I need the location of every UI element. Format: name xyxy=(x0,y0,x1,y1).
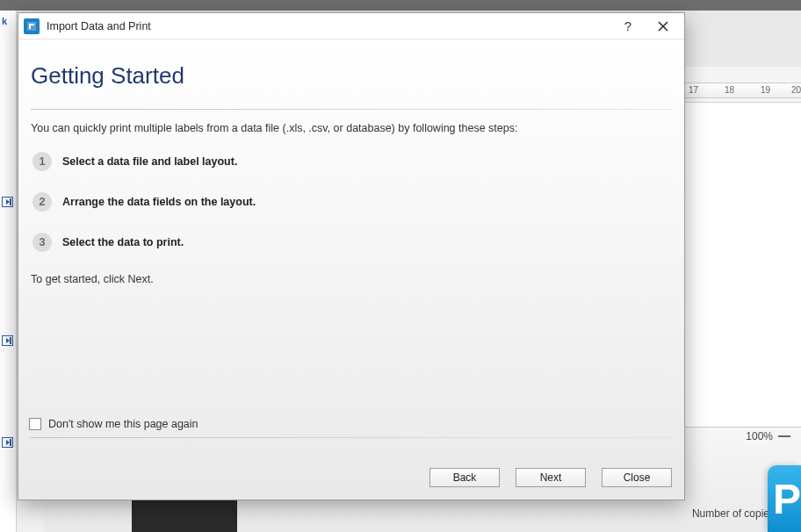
print-badge[interactable]: P xyxy=(768,465,801,532)
dont-show-again-row[interactable]: Don't show me this page again xyxy=(29,418,672,430)
close-button-label: Close xyxy=(624,471,651,484)
side-expand-handle-1[interactable] xyxy=(2,197,13,207)
back-button[interactable]: Back xyxy=(429,468,500,487)
ruler-tick-19: 19 xyxy=(761,85,770,95)
dialog-content: Getting Started You can quickly print mu… xyxy=(18,40,684,500)
app-icon xyxy=(24,18,40,34)
step-text: Arrange the data fields on the layout. xyxy=(62,196,256,208)
parent-titlebar xyxy=(0,0,801,11)
footer-area: Don't show me this page again xyxy=(31,418,672,450)
step-text: Select the data to print. xyxy=(62,236,184,248)
footer-divider xyxy=(31,437,672,438)
dialog-title: Import Data and Print xyxy=(47,20,610,32)
dialog-titlebar[interactable]: Import Data and Print ? xyxy=(18,13,684,40)
import-data-wizard-dialog: Import Data and Print ? Getting Started … xyxy=(18,12,685,500)
left-strip-letter: k xyxy=(2,16,7,26)
ruler-tick-18: 18 xyxy=(725,85,734,95)
zoom-level[interactable]: 100% xyxy=(746,430,790,442)
dont-show-checkbox[interactable] xyxy=(29,418,41,430)
step-3: 3 Select the data to print. xyxy=(32,233,672,252)
left-tool-strip: k xyxy=(0,11,17,532)
zoom-value: 100% xyxy=(746,430,773,442)
close-button[interactable]: Close xyxy=(602,468,672,487)
step-2: 2 Arrange the data fields on the layout. xyxy=(32,192,672,212)
next-button-label: Next xyxy=(540,471,562,484)
ruler-tick-17: 17 xyxy=(689,85,698,95)
heading-divider xyxy=(31,109,672,110)
side-expand-handle-2[interactable] xyxy=(2,335,13,346)
close-window-button[interactable] xyxy=(646,14,681,39)
ruler-tick-20: 20 xyxy=(791,85,801,95)
wizard-button-bar: Back Next Close xyxy=(429,468,672,487)
step-number-badge: 1 xyxy=(32,152,52,171)
step-number-badge: 3 xyxy=(32,233,52,252)
help-button[interactable]: ? xyxy=(610,14,646,39)
steps-list: 1 Select a data file and label layout. 2… xyxy=(32,152,672,252)
horizontal-ruler: 17 18 19 20 xyxy=(685,83,801,98)
dont-show-label: Don't show me this page again xyxy=(48,418,198,430)
step-1: 1 Select a data file and label layout. xyxy=(32,152,672,171)
help-icon: ? xyxy=(624,18,631,33)
side-expand-handle-3[interactable] xyxy=(2,437,13,448)
page-heading: Getting Started xyxy=(31,62,672,90)
ruler-area: 17 18 19 20 xyxy=(685,67,801,102)
outro-text: To get started, click Next. xyxy=(31,273,672,285)
print-badge-letter: P xyxy=(773,475,801,523)
num-copies-label: Number of copies xyxy=(692,507,775,520)
step-number-badge: 2 xyxy=(32,192,52,212)
intro-text: You can quickly print multiple labels fr… xyxy=(31,122,672,134)
back-button-label: Back xyxy=(453,471,477,484)
next-button[interactable]: Next xyxy=(516,468,586,487)
step-text: Select a data file and label layout. xyxy=(62,155,237,168)
svg-rect-0 xyxy=(27,22,36,31)
close-icon xyxy=(658,21,668,32)
